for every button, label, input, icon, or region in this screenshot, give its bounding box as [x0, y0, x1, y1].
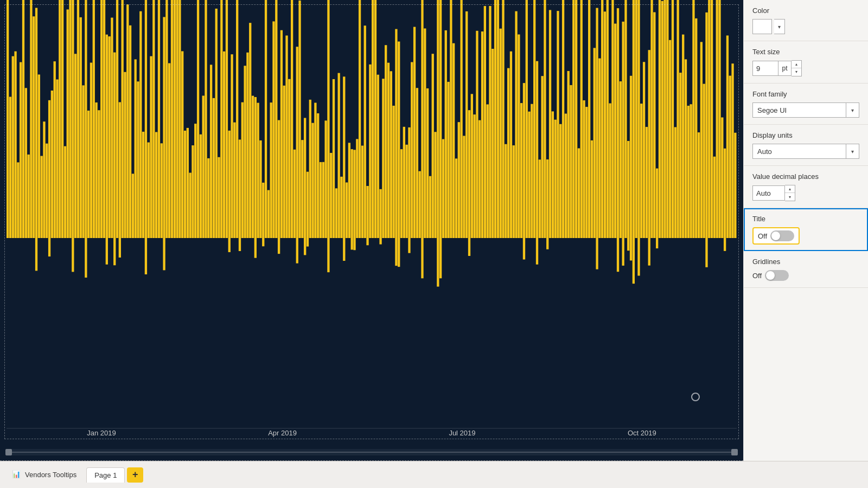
text-size-spinner: ▴ ▾: [792, 60, 802, 76]
color-dropdown-arrow[interactable]: ▾: [774, 19, 785, 34]
decimal-places-up-button[interactable]: ▴: [785, 185, 795, 193]
display-units-dropdown-arrow[interactable]: ▾: [846, 144, 859, 159]
text-size-label: Text size: [752, 48, 859, 56]
tab-page1[interactable]: Page 1: [86, 467, 125, 483]
color-label: Color: [752, 7, 859, 15]
title-toggle-knob: [771, 232, 780, 240]
x-label-jan: Jan 2019: [87, 429, 116, 437]
tab-vendors-tooltips[interactable]: 📊 Vendors Tooltips: [4, 467, 84, 483]
decimal-places-row: ▴ ▾: [752, 185, 859, 201]
scroll-thumb-right[interactable]: [731, 449, 738, 455]
x-label-apr: Apr 2019: [268, 429, 297, 437]
decimal-places-input[interactable]: [752, 185, 785, 201]
font-family-dropdown-arrow[interactable]: ▾: [846, 102, 859, 118]
bottom-dashed-line: [0, 460, 743, 461]
x-label-oct: Oct 2019: [628, 429, 656, 437]
text-size-row: pt ▴ ▾: [752, 60, 859, 76]
decimal-places-section: Value decimal places ▴ ▾: [744, 166, 868, 208]
main-area: Jan 2019 Apr 2019 Jul 2019 Oct 2019 Colo…: [0, 0, 868, 461]
display-units-dropdown-container: Auto ▾: [752, 144, 859, 159]
text-size-input[interactable]: [752, 61, 778, 76]
tab-page1-label: Page 1: [94, 471, 117, 479]
gridlines-toggle-label: Off: [752, 272, 762, 280]
title-label: Title: [752, 215, 859, 223]
title-toggle-row: Off: [752, 227, 859, 245]
gridlines-toggle[interactable]: Off: [752, 270, 789, 281]
x-axis-labels: Jan 2019 Apr 2019 Jul 2019 Oct 2019: [0, 429, 743, 437]
scroll-handle[interactable]: [5, 449, 738, 455]
text-size-section: Text size pt ▴ ▾: [744, 41, 868, 84]
tab-bar: 📊 Vendors Tooltips Page 1 +: [0, 461, 868, 488]
decimal-places-label: Value decimal places: [752, 172, 859, 181]
font-family-section: Font family Segoe UI ▾: [744, 84, 868, 125]
scroll-thumb-left[interactable]: [5, 449, 12, 455]
title-toggle-label: Off: [758, 232, 767, 240]
title-toggle-track[interactable]: [770, 230, 794, 241]
x-label-jul: Jul 2019: [449, 429, 475, 437]
gridlines-label: Gridlines: [752, 258, 859, 266]
display-units-label: Display units: [752, 131, 859, 139]
text-size-unit: pt: [778, 61, 792, 76]
title-section: Title Off: [744, 208, 868, 251]
text-size-down-button[interactable]: ▾: [792, 68, 801, 76]
gridlines-toggle-knob: [766, 271, 775, 280]
tab-vendors-tooltips-icon: 📊: [12, 470, 22, 480]
chart-canvas: [0, 0, 743, 461]
scroll-line: [12, 452, 731, 453]
decimal-places-spinner: ▴ ▾: [785, 185, 795, 201]
gridlines-section: Gridlines Off: [744, 251, 868, 288]
gridlines-toggle-row: Off: [752, 270, 859, 281]
color-swatch-row: ▾: [752, 19, 859, 34]
tab-vendors-tooltips-label: Vendors Tooltips: [25, 471, 76, 479]
color-section: Color ▾: [744, 0, 868, 41]
font-family-dropdown-container: Segoe UI ▾: [752, 102, 859, 118]
gridlines-toggle-track[interactable]: [765, 270, 789, 281]
display-units-value: Auto: [752, 144, 846, 159]
display-units-section: Display units Auto ▾: [744, 125, 868, 166]
chart-container: Jan 2019 Apr 2019 Jul 2019 Oct 2019: [0, 0, 743, 461]
decimal-places-down-button[interactable]: ▾: [785, 193, 795, 201]
color-swatch[interactable]: [752, 19, 772, 34]
add-tab-button[interactable]: +: [127, 467, 143, 483]
right-panel: Color ▾ Text size pt ▴ ▾ Font family Seg…: [743, 0, 868, 461]
font-family-label: Font family: [752, 90, 859, 98]
title-toggle[interactable]: Off: [752, 227, 800, 245]
font-family-value: Segoe UI: [752, 102, 846, 118]
text-size-up-button[interactable]: ▴: [792, 61, 801, 68]
